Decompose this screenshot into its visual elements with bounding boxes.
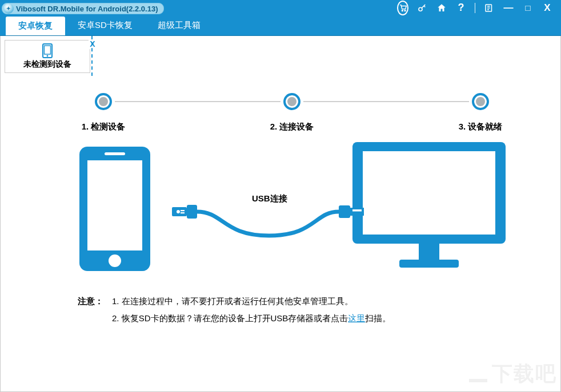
step-2-label: 2. 连接设备 [270, 122, 314, 132]
maximize-button[interactable]: □ [522, 3, 534, 13]
app-logo-icon: ✦ [3, 3, 14, 14]
step-connector [303, 101, 469, 102]
notes-line1: 1. 在连接过程中，请不要打开或者运行任何其他安卓管理工具。 [112, 293, 353, 310]
notes-line2: 2. 恢复SD卡的数据？请在您的设备上打开USB存储器或者点击这里扫描。 [112, 310, 391, 327]
svg-rect-20 [339, 205, 350, 218]
tab-super-toolbox[interactable]: 超级工具箱 [145, 15, 213, 35]
titlebar: ✦ Vibosoft DR.Mobile for Android(2.2.0.1… [0, 0, 561, 15]
step-circle-icon [472, 93, 489, 110]
svg-rect-14 [399, 260, 459, 268]
monitor-icon [349, 139, 509, 276]
app-title: Vibosoft DR.Mobile for Android(2.2.0.13) [16, 5, 158, 13]
titlebar-right: ? — □ X [397, 0, 561, 15]
illustration: USB连接 [75, 144, 509, 287]
app-window: ✦ Vibosoft DR.Mobile for Android(2.2.0.1… [0, 0, 561, 392]
phone-icon [75, 144, 155, 276]
device-chip-close[interactable]: X [89, 40, 97, 49]
tab-label: 超级工具箱 [158, 20, 201, 31]
steps-row: 1. 检测设备 2. 连接设备 3. 设备就绪 [69, 93, 515, 132]
notes: 注意： 1. 在连接过程中，请不要打开或者运行任何其他安卓管理工具。 2. 恢复… [78, 293, 391, 327]
notes-heading: 注意： [78, 293, 112, 310]
notes-line2-suffix: 扫描。 [365, 313, 391, 323]
help-icon[interactable]: ? [455, 2, 467, 14]
close-button[interactable]: X [542, 2, 553, 14]
content-area: 未检测到设备 X 1. 检测设备 2. 连接设备 3. 设备就绪 [0, 36, 561, 392]
svg-point-2 [419, 7, 422, 11]
svg-rect-18 [181, 210, 185, 211]
step-1: 1. 检测设备 [69, 93, 138, 132]
tab-label: 安卓SD卡恢复 [78, 20, 133, 31]
scan-here-link[interactable]: 这里 [348, 313, 365, 323]
step-3: 3. 设备就绪 [446, 93, 515, 132]
home-icon[interactable] [436, 2, 447, 14]
device-chip[interactable]: 未检测到设备 X [5, 40, 90, 73]
titlebar-left: ✦ Vibosoft DR.Mobile for Android(2.2.0.1… [2, 3, 164, 14]
svg-rect-9 [105, 152, 125, 155]
svg-rect-5 [45, 46, 51, 54]
feedback-icon[interactable] [483, 2, 495, 14]
device-chip-label: 未检测到设备 [23, 59, 71, 70]
step-connector [115, 101, 280, 102]
tab-label: 安卓恢复 [18, 21, 53, 31]
svg-rect-8 [87, 160, 142, 250]
notes-line2-prefix: 2. 恢复SD卡的数据？请在您的设备上打开USB存储器或者点击 [112, 313, 348, 323]
svg-point-17 [177, 210, 180, 213]
tab-android-recovery[interactable]: 安卓恢复 [6, 17, 65, 35]
step-circle-icon [283, 93, 300, 110]
watermark: 下载吧 [467, 360, 557, 388]
svg-rect-22 [352, 209, 362, 212]
step-3-label: 3. 设备就绪 [459, 122, 503, 132]
tabbar: 安卓恢复 安卓SD卡恢复 超级工具箱 [0, 15, 561, 36]
cart-icon[interactable] [397, 2, 408, 14]
svg-point-1 [404, 10, 406, 11]
step-1-label: 1. 检测设备 [82, 122, 126, 132]
device-chip-divider [91, 36, 93, 76]
tab-sd-recovery[interactable]: 安卓SD卡恢复 [65, 15, 145, 35]
separator [475, 3, 475, 13]
minimize-button[interactable]: — [503, 2, 514, 14]
watermark-text: 下载吧 [492, 360, 557, 388]
svg-rect-19 [181, 212, 185, 213]
svg-point-0 [402, 10, 403, 11]
usb-cable-icon [172, 203, 366, 243]
phone-small-icon [42, 43, 53, 58]
svg-rect-13 [419, 244, 439, 260]
svg-rect-21 [350, 208, 364, 216]
step-2: 2. 连接设备 [258, 93, 326, 132]
svg-rect-12 [363, 151, 495, 235]
svg-point-6 [47, 55, 49, 57]
svg-point-10 [109, 254, 121, 267]
step-circle-icon [95, 93, 112, 110]
key-icon[interactable] [416, 2, 428, 14]
